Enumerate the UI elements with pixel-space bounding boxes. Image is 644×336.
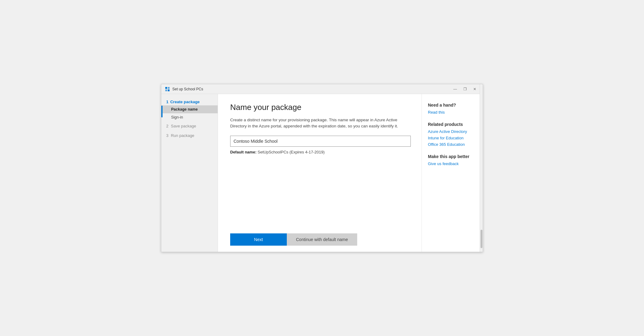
step-1-num: 1 <box>166 100 168 104</box>
scrollbar-thumb[interactable] <box>481 230 482 248</box>
right-panel: Need a hand? Read this Related products … <box>421 94 483 252</box>
step-2-label: Save package <box>171 124 196 128</box>
office365-link[interactable]: Office 365 Education <box>428 142 477 147</box>
read-this-link[interactable]: Read this <box>428 110 477 115</box>
default-name-value: SetUpSchoolPCs (Expires 4-17-2019) <box>258 150 325 154</box>
content-spacer <box>230 160 409 231</box>
help-section: Need a hand? Read this <box>428 103 477 115</box>
button-row: Next Continue with default name <box>230 233 409 246</box>
maximize-button[interactable]: ❐ <box>461 86 469 92</box>
sidebar-sub-package-name[interactable]: Package name <box>161 105 218 113</box>
step-1-label: Create package <box>170 100 200 104</box>
sidebar-step-1-header[interactable]: 1 Create package <box>161 96 218 105</box>
azure-ad-link[interactable]: Azure Active Directory <box>428 129 477 134</box>
app-icon <box>165 87 170 92</box>
active-indicator <box>161 106 163 117</box>
window-controls: — ❐ ✕ <box>451 86 479 92</box>
sidebar-sub-signin[interactable]: Sign-in <box>161 113 218 121</box>
sidebar: 1 Create package Package name Sign-in 2 … <box>161 94 218 252</box>
next-button[interactable]: Next <box>230 233 287 246</box>
default-name-display: Default name: SetUpSchoolPCs (Expires 4-… <box>230 150 409 154</box>
step-3-num: 3 <box>166 133 168 138</box>
help-heading: Need a hand? <box>428 103 477 108</box>
app-window: Set up School PCs — ❐ ✕ 1 Create package… <box>161 84 483 252</box>
window-title: Set up School PCs <box>172 87 203 91</box>
page-title: Name your package <box>230 103 409 112</box>
titlebar-left: Set up School PCs <box>165 87 203 92</box>
content-area: Name your package Create a distinct name… <box>218 94 421 252</box>
related-heading: Related products <box>428 122 477 127</box>
svg-rect-2 <box>165 89 167 91</box>
minimize-button[interactable]: — <box>451 86 459 92</box>
feedback-link[interactable]: Give us feedback <box>428 161 477 166</box>
svg-rect-1 <box>168 87 170 89</box>
feedback-section: Make this app better Give us feedback <box>428 154 477 166</box>
scrollbar[interactable] <box>480 84 483 252</box>
titlebar: Set up School PCs — ❐ ✕ <box>161 84 483 94</box>
svg-rect-3 <box>168 89 170 91</box>
sidebar-step-3[interactable]: 3 Run package <box>161 131 218 140</box>
related-section: Related products Azure Active Directory … <box>428 122 477 147</box>
sub-signin-label: Sign-in <box>171 115 183 119</box>
step-2-num: 2 <box>166 124 168 128</box>
package-name-input[interactable] <box>230 136 411 147</box>
sidebar-step-2[interactable]: 2 Save package <box>161 121 218 131</box>
svg-rect-0 <box>165 87 167 89</box>
intune-link[interactable]: Intune for Education <box>428 136 477 140</box>
sub-package-name-label: Package name <box>171 107 198 111</box>
main-content: 1 Create package Package name Sign-in 2 … <box>161 94 483 252</box>
default-name-label: Default name: <box>230 150 256 154</box>
continue-default-button[interactable]: Continue with default name <box>287 233 357 246</box>
description-text: Create a distinct name for your provisio… <box>230 117 409 130</box>
step-3-label: Run package <box>171 133 194 138</box>
feedback-heading: Make this app better <box>428 154 477 159</box>
close-button[interactable]: ✕ <box>470 86 479 92</box>
